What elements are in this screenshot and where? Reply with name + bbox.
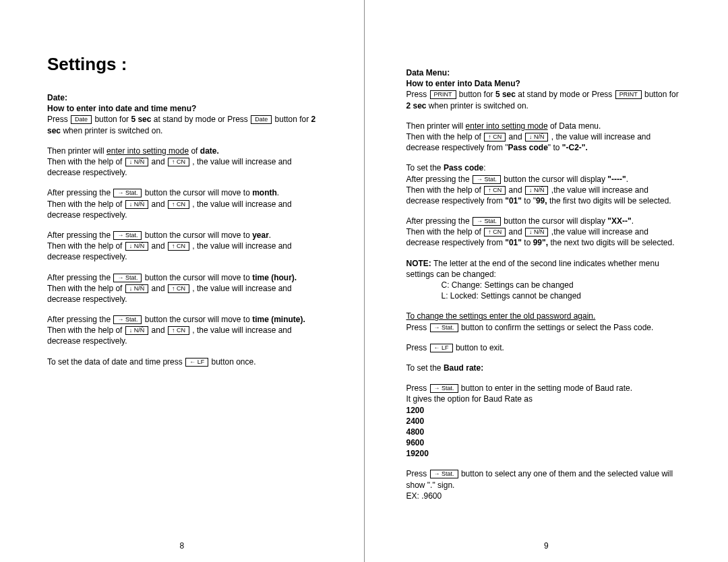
- date-button-icon: Date: [251, 115, 272, 124]
- page-number-right: 9: [365, 540, 729, 551]
- stat-button-icon: → Stat.: [430, 470, 458, 478]
- nn-down-button-icon: ↓ N/Ñ: [125, 284, 149, 293]
- stat-button-icon: → Stat.: [113, 315, 142, 324]
- nn-down-button-icon: ↓ N/Ñ: [525, 186, 549, 195]
- stat-button-icon: → Stat.: [430, 323, 458, 332]
- stat-button-icon: → Stat.: [473, 175, 501, 184]
- print-button-icon: PRINT: [615, 90, 642, 99]
- cn-up-button-icon: ↑ CN: [484, 186, 506, 195]
- data-menu-subtitle: How to enter into Data Menu?: [406, 78, 681, 89]
- move-to-year: After pressing the → Stat. button the cu…: [47, 230, 322, 241]
- page-number-left: 8: [0, 540, 364, 551]
- nn-down-button-icon: ↓ N/Ñ: [525, 133, 549, 142]
- passcode-xx: After pressing the → Stat. button the cu…: [406, 216, 681, 226]
- data-menu-title: Data Menu:: [406, 67, 681, 78]
- date-button-icon: Date: [71, 115, 92, 124]
- hour-adjust: Then with the help of ↓ N/Ñ and ↑ CN , t…: [47, 283, 322, 305]
- cn-up-button-icon: ↑ CN: [168, 284, 189, 293]
- note-l: L: Locked: Settings cannot be changed: [406, 290, 681, 301]
- stat-button-icon: → Stat.: [430, 384, 458, 393]
- baud-label: To set the Baud rate:: [406, 363, 681, 373]
- nn-down-button-icon: ↓ N/Ñ: [125, 326, 149, 335]
- move-to-month: After pressing the → Stat. button the cu…: [47, 187, 322, 198]
- year-adjust: Then with the help of ↓ N/Ñ and ↑ CN , t…: [47, 241, 322, 262]
- baud-2400: 2400: [406, 416, 681, 427]
- date-title: Date:: [47, 92, 322, 103]
- note-c: C: Change: Settings can be changed: [406, 280, 681, 290]
- move-to-hour: After pressing the → Stat. button the cu…: [47, 272, 322, 283]
- cn-up-button-icon: ↑ CN: [484, 228, 506, 237]
- cn-up-button-icon: ↑ CN: [168, 326, 189, 335]
- baud-options-label: It gives the option for Baud Rate as: [406, 394, 681, 404]
- month-adjust: Then with the help of ↓ N/Ñ and ↑ CN , t…: [47, 199, 322, 220]
- baud-select: Press → Stat. button to select any one o…: [406, 468, 681, 490]
- confirm-settings: Press → Stat. button to confirm the sett…: [406, 322, 681, 333]
- lf-button-icon: ← LF: [185, 358, 208, 367]
- minute-adjust: Then with the help of ↓ N/Ñ and ↑ CN , t…: [47, 325, 322, 346]
- note-line: NOTE: The letter at the end of the secon…: [406, 258, 681, 280]
- exit: Press ← LF button to exit.: [406, 342, 681, 353]
- passcode-dashes: After pressing the → Stat. button the cu…: [406, 174, 681, 185]
- date-subtitle: How to enter into date and time menu?: [47, 103, 322, 114]
- date-final: To set the data of date and time press ←…: [47, 356, 322, 367]
- page-left: Settings : Date: How to enter into date …: [0, 0, 365, 562]
- nn-down-button-icon: ↓ N/Ñ: [125, 242, 149, 251]
- passcode-c2: Then with the help of ↑ CN and ↓ N/Ñ , t…: [406, 131, 681, 153]
- change-settings: To change the settings enter the old pas…: [406, 311, 681, 321]
- stat-button-icon: → Stat.: [113, 231, 142, 240]
- date-adjust: Then with the help of ↓ N/Ñ and ↑ CN , t…: [47, 156, 322, 178]
- baud-19200: 19200: [406, 448, 681, 459]
- date-enter-mode: Then printer will enter into setting mod…: [47, 146, 322, 156]
- nn-down-button-icon: ↓ N/Ñ: [125, 158, 149, 166]
- print-button-icon: PRINT: [430, 90, 456, 99]
- cn-up-button-icon: ↑ CN: [168, 242, 189, 251]
- cn-up-button-icon: ↑ CN: [484, 133, 506, 142]
- data-intro: Press PRINT button for 5 sec at stand by…: [406, 89, 681, 111]
- page-right: Data Menu: How to enter into Data Menu? …: [365, 0, 729, 562]
- page-spread: Settings : Date: How to enter into date …: [0, 0, 728, 562]
- nn-down-button-icon: ↓ N/Ñ: [525, 228, 549, 237]
- set-passcode-label: To set the Pass code:: [406, 162, 681, 173]
- passcode-first-two: Then with the help of ↑ CN and ↓ N/Ñ ,th…: [406, 185, 681, 206]
- baud-enter: Press → Stat. button to enter in the set…: [406, 383, 681, 394]
- cn-up-button-icon: ↑ CN: [168, 200, 189, 209]
- passcode-next-two: Then with the help of ↑ CN and ↓ N/Ñ ,th…: [406, 226, 681, 248]
- stat-button-icon: → Stat.: [113, 274, 142, 282]
- settings-heading: Settings :: [47, 53, 322, 76]
- stat-button-icon: → Stat.: [473, 217, 501, 226]
- data-enter-mode: Then printer will enter into setting mod…: [406, 121, 681, 131]
- nn-down-button-icon: ↓ N/Ñ: [125, 200, 149, 209]
- baud-4800: 4800: [406, 427, 681, 437]
- baud-9600: 9600: [406, 437, 681, 448]
- stat-button-icon: → Stat.: [113, 189, 142, 197]
- lf-button-icon: ← LF: [430, 344, 453, 352]
- baud-1200: 1200: [406, 405, 681, 416]
- date-intro: Press Date button for 5 sec at stand by …: [47, 114, 322, 135]
- cn-up-button-icon: ↑ CN: [168, 158, 189, 166]
- baud-example: EX: .9600: [406, 491, 681, 501]
- move-to-minute: After pressing the → Stat. button the cu…: [47, 314, 322, 325]
